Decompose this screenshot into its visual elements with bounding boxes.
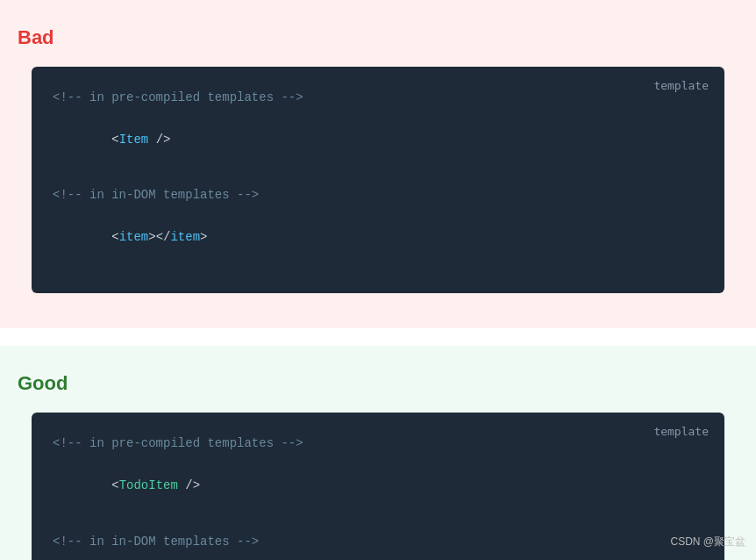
bad-label: Bad: [18, 26, 738, 49]
good-section: Good template <!-- in pre-compiled templ…: [0, 346, 756, 560]
good-spacer: [53, 518, 703, 532]
good-comment-1: <!-- in pre-compiled templates -->: [53, 434, 703, 455]
bad-code-label: template: [653, 79, 709, 92]
good-tag-1: <TodoItem />: [53, 455, 703, 517]
bad-tag-open-1: <: [111, 133, 118, 147]
bad-tag-end-2: >: [200, 230, 207, 244]
good-tag-name-1: TodoItem: [119, 478, 178, 492]
bad-tag-name-2: item: [119, 230, 149, 244]
bad-tag-2: <item></item>: [53, 206, 703, 269]
watermark: CSDN @聚宝盆: [670, 535, 745, 549]
bad-tag-1: <Item />: [53, 109, 703, 171]
good-tag-close-1: />: [178, 478, 200, 492]
bad-tag-close-1: />: [148, 133, 170, 147]
bad-tag-name-1: Item: [119, 133, 149, 147]
good-code-label: template: [653, 425, 709, 438]
good-tag-open-1: <: [111, 478, 118, 492]
good-code-block: template <!-- in pre-compiled templates …: [32, 413, 724, 560]
good-comment-2: <!-- in in-DOM templates -->: [53, 532, 703, 553]
good-code-content: <!-- in pre-compiled templates --> <Todo…: [53, 434, 703, 560]
bad-spacer: [53, 171, 703, 185]
bad-comment-1: <!-- in pre-compiled templates -->: [53, 88, 703, 109]
good-tag-2: <todo-item></todo-item>: [53, 552, 703, 560]
bad-section: Bad template <!-- in pre-compiled templa…: [0, 0, 756, 328]
bad-tag-mid-2: ></: [148, 230, 170, 244]
good-label: Good: [18, 372, 738, 395]
bad-comment-2: <!-- in in-DOM templates -->: [53, 185, 703, 206]
bad-code-content: <!-- in pre-compiled templates --> <Item…: [53, 88, 703, 269]
bad-tag-name-2b: item: [170, 230, 200, 244]
bad-code-block: template <!-- in pre-compiled templates …: [32, 67, 724, 293]
bad-tag-open-2: <: [111, 230, 118, 244]
